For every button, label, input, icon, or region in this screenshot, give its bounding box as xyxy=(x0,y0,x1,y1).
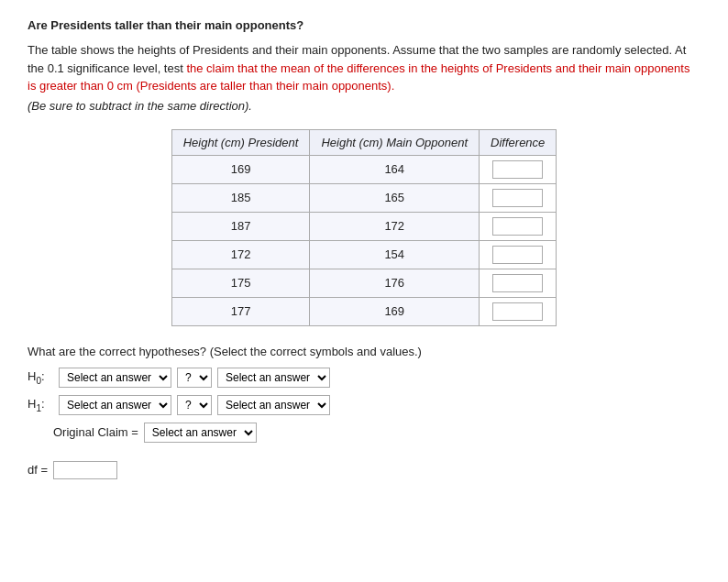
president-height-cell: 172 xyxy=(171,240,310,269)
original-claim-row: Original Claim = Select an answer H0 H1 xyxy=(53,423,700,443)
difference-cell xyxy=(480,269,557,297)
h0-answer-select-1[interactable]: Select an answer μd p σ xyxy=(59,368,171,388)
df-input[interactable] xyxy=(53,461,117,479)
difference-cell xyxy=(480,212,557,240)
col-header-opponent: Height (cm) Main Opponent xyxy=(310,129,480,155)
president-height-cell: 177 xyxy=(171,297,310,325)
difference-cell xyxy=(480,155,557,183)
hypotheses-section: What are the correct hypotheses? (Select… xyxy=(28,345,700,443)
difference-input-4[interactable] xyxy=(492,274,543,292)
col-header-difference: Difference xyxy=(480,129,557,155)
table-row: 177 169 xyxy=(171,297,557,325)
difference-input-5[interactable] xyxy=(492,302,543,321)
page-title: Are Presidents taller than their main op… xyxy=(28,18,700,32)
data-table: Height (cm) President Height (cm) Main O… xyxy=(171,129,557,326)
intro-text: The table shows the heights of President… xyxy=(28,41,700,95)
hypotheses-question: What are the correct hypotheses? (Select… xyxy=(28,345,700,358)
original-claim-label: Original Claim = xyxy=(53,425,138,439)
h0-label: H0: xyxy=(28,369,53,386)
difference-cell xyxy=(480,240,557,269)
opponent-height-cell: 164 xyxy=(310,155,480,183)
original-claim-select[interactable]: Select an answer H0 H1 xyxy=(144,423,257,443)
table-row: 169 164 xyxy=(171,155,557,183)
difference-cell xyxy=(480,183,557,212)
col-header-president: Height (cm) President xyxy=(171,129,310,155)
difference-input-2[interactable] xyxy=(492,217,543,236)
president-height-cell: 187 xyxy=(171,212,310,240)
opponent-height-cell: 154 xyxy=(310,240,480,269)
h0-symbol-select[interactable]: ? = ≠ < > ≤ ≥ xyxy=(177,368,212,388)
difference-input-3[interactable] xyxy=(492,246,543,264)
president-height-cell: 185 xyxy=(171,183,310,212)
difference-cell xyxy=(480,297,557,325)
opponent-height-cell: 176 xyxy=(310,269,480,297)
table-row: 172 154 xyxy=(171,240,557,269)
h1-answer-select-1[interactable]: Select an answer μd p σ xyxy=(59,395,171,415)
president-height-cell: 175 xyxy=(171,269,310,297)
president-height-cell: 169 xyxy=(171,155,310,183)
df-row: df = xyxy=(28,461,700,479)
table-row: 185 165 xyxy=(171,183,557,212)
h0-answer-select-2[interactable]: Select an answer 0 1 2 3 xyxy=(217,368,330,388)
h1-label: H1: xyxy=(28,397,53,413)
difference-input-0[interactable] xyxy=(492,160,543,179)
df-label: df = xyxy=(28,463,48,477)
table-row: 187 172 xyxy=(171,212,557,240)
h1-symbol-select[interactable]: ? = ≠ < > ≤ ≥ xyxy=(177,395,212,415)
instruction-italic: (Be sure to subtract in the same directi… xyxy=(28,99,700,113)
h1-answer-select-2[interactable]: Select an answer 0 1 2 3 xyxy=(217,395,330,415)
table-row: 175 176 xyxy=(171,269,557,297)
h1-row: H1: Select an answer μd p σ ? = ≠ < > ≤ … xyxy=(28,395,700,415)
difference-input-1[interactable] xyxy=(492,189,543,207)
opponent-height-cell: 172 xyxy=(310,212,480,240)
opponent-height-cell: 169 xyxy=(310,297,480,325)
opponent-height-cell: 165 xyxy=(310,183,480,212)
h0-row: H0: Select an answer μd p σ ? = ≠ < > ≤ … xyxy=(28,368,700,388)
